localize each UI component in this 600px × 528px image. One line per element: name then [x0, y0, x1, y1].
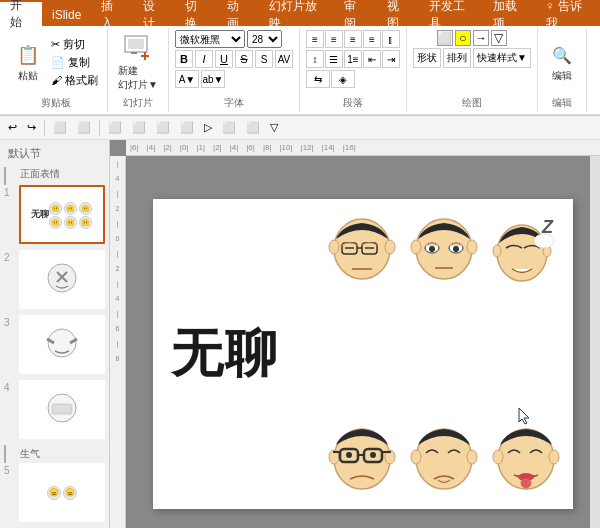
ribbon-group-slides: 新建幻灯片▼ 幻灯片 [108, 28, 169, 112]
svg-point-28 [429, 246, 435, 252]
paste-button[interactable]: 📋 粘贴 [10, 39, 46, 85]
tab-animations[interactable]: 动画 [217, 4, 259, 26]
align-left-button[interactable]: ≡ [306, 30, 324, 48]
bullets-button[interactable]: ☰ [325, 50, 343, 68]
slide-item-2[interactable]: 2 [4, 250, 105, 309]
faces-bottom-row [323, 417, 565, 499]
quick-styles-button[interactable]: 快速样式▼ [473, 48, 531, 68]
undo-button[interactable]: ↩ [4, 120, 21, 135]
slides-content: 新建幻灯片▼ [114, 30, 162, 94]
align-right-button[interactable]: ≡ [344, 30, 362, 48]
tab-slideshow[interactable]: 幻灯片放映 [259, 4, 334, 26]
toolbar-btn-6[interactable]: ⬜ [128, 120, 150, 135]
toolbar-btn-4[interactable]: ⬜ [73, 120, 95, 135]
font-family-select[interactable]: 微软雅黑 [175, 30, 245, 48]
font-size-select[interactable]: 28 [247, 30, 282, 48]
toolbar-btn-9[interactable]: ▷ [200, 120, 216, 135]
arrange-button[interactable]: 排列 [443, 48, 471, 68]
shape-oval[interactable]: ○ [455, 30, 471, 46]
slide-item-1[interactable]: 1 无聊 😐 😐 😐 😐 😐 😐 [4, 185, 105, 244]
toolbar-btn-5[interactable]: ⬜ [104, 120, 126, 135]
tab-transitions[interactable]: 切换 [175, 4, 217, 26]
editing-label: 编辑 [552, 94, 572, 110]
line-spacing-button[interactable]: ↕ [306, 50, 324, 68]
slide-thumb-3[interactable] [19, 315, 105, 374]
align-center-button[interactable]: ≡ [325, 30, 343, 48]
shadow-button[interactable]: S [255, 50, 273, 68]
numbering-button[interactable]: 1≡ [344, 50, 362, 68]
scrollbar-vertical[interactable] [590, 156, 600, 528]
section-default-label: 默认节 [4, 144, 105, 163]
face-1 [323, 211, 401, 293]
svg-point-32 [493, 245, 501, 257]
indent-increase-button[interactable]: ⇥ [382, 50, 400, 68]
svg-rect-12 [52, 404, 72, 414]
slide-item-3[interactable]: 3 [4, 315, 105, 374]
underline-button[interactable]: U [215, 50, 233, 68]
tab-islide[interactable]: iSlide [42, 4, 91, 26]
find-button[interactable]: 🔍 编辑 [544, 39, 580, 85]
slide-item-5[interactable]: 5 😠 😠 [4, 463, 105, 522]
find-icon: 🔍 [548, 41, 576, 69]
tab-design[interactable]: 设计 [133, 4, 175, 26]
slide-title: 无聊 [171, 319, 279, 389]
format-painter-button[interactable]: 🖌 格式刷 [48, 72, 101, 89]
toolbar-btn-12[interactable]: ▽ [266, 120, 282, 135]
slide-thumb-inner-2 [21, 252, 103, 307]
ribbon-group-font: 微软雅黑 28 B I U S S AV A▼ ab▼ [169, 28, 300, 112]
drawing-label: 绘图 [462, 94, 482, 110]
svg-point-51 [549, 450, 559, 464]
indent-decrease-button[interactable]: ⇤ [363, 50, 381, 68]
svg-point-14 [329, 240, 339, 254]
clipboard-small: ✂ 剪切 📄 复制 🖌 格式刷 [48, 36, 101, 89]
tab-view[interactable]: 视图 [377, 4, 419, 26]
font-color-button[interactable]: A▼ [175, 70, 199, 88]
svg-point-24 [411, 240, 421, 254]
italic-button[interactable]: I [195, 50, 213, 68]
toolbar: ↩ ↪ ⬜ ⬜ ⬜ ⬜ ⬜ ⬜ ▷ ⬜ ⬜ ▽ [0, 116, 600, 140]
highlight-button[interactable]: ab▼ [201, 70, 225, 88]
toolbar-sep-2 [99, 120, 100, 136]
slide-page[interactable]: 无聊 [153, 199, 573, 509]
copy-button[interactable]: 📄 复制 [48, 54, 101, 71]
toolbar-btn-7[interactable]: ⬜ [152, 120, 174, 135]
bold-button[interactable]: B [175, 50, 193, 68]
tab-insert[interactable]: 插入 [91, 4, 133, 26]
ribbon-group-drawing: ⬜ ○ → ▽ 形状 排列 快速样式▼ 绘图 [407, 28, 538, 112]
shape-rect[interactable]: ⬜ [437, 30, 453, 46]
svg-point-47 [411, 450, 421, 464]
redo-button[interactable]: ↪ [23, 120, 40, 135]
justify-button[interactable]: ≡ [363, 30, 381, 48]
toolbar-btn-8[interactable]: ⬜ [176, 120, 198, 135]
slide-thumb-5[interactable]: 😠 😠 [19, 463, 105, 522]
paste-label: 粘贴 [18, 69, 38, 83]
shape-more[interactable]: ▽ [491, 30, 507, 46]
tab-review[interactable]: 审阅 [334, 4, 376, 26]
font-label: 字体 [224, 94, 244, 110]
slide-thumb-2[interactable] [19, 250, 105, 309]
slide-thumb-4[interactable] [19, 380, 105, 439]
columns-button[interactable]: ⫿ [382, 30, 400, 48]
slide-thumb-1[interactable]: 无聊 😐 😐 😐 😐 😐 😐 [19, 185, 105, 244]
svg-point-25 [467, 240, 477, 254]
tab-developer[interactable]: 开发工具 [419, 4, 483, 26]
toolbar-btn-3[interactable]: ⬜ [49, 120, 71, 135]
tab-help[interactable]: ♀ 告诉我 [536, 4, 600, 26]
toolbar-btn-10[interactable]: ⬜ [218, 120, 240, 135]
new-slide-button[interactable]: 新建幻灯片▼ [114, 30, 162, 94]
shape-arrow[interactable]: → [473, 30, 489, 46]
convert-smartart-button[interactable]: ◈ [331, 70, 355, 88]
section-angry-label: 生气 [4, 445, 105, 463]
shapes-button[interactable]: 形状 [413, 48, 441, 68]
text-direction-button[interactable]: ⇆ [306, 70, 330, 88]
slide-item-4[interactable]: 4 [4, 380, 105, 439]
svg-point-48 [467, 450, 477, 464]
svg-rect-1 [128, 39, 144, 49]
tab-home[interactable]: 开始 [0, 2, 42, 26]
cut-button[interactable]: ✂ 剪切 [48, 36, 101, 53]
strikethrough-button[interactable]: S [235, 50, 253, 68]
tab-addins[interactable]: 加载项 [483, 4, 536, 26]
char-spacing-button[interactable]: AV [275, 50, 293, 68]
toolbar-btn-11[interactable]: ⬜ [242, 120, 264, 135]
new-slide-icon [120, 32, 156, 64]
